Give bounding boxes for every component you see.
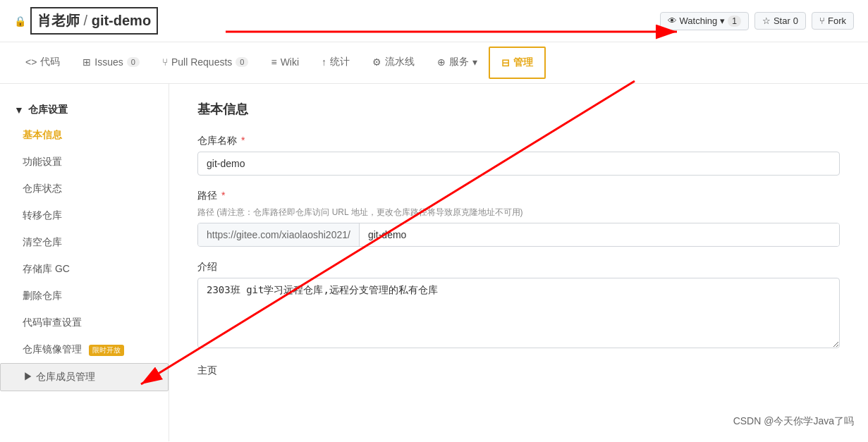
tab-pipeline-label: 流水线: [385, 56, 415, 68]
tab-services[interactable]: ⊕ 服务 ▾: [426, 47, 489, 78]
issues-icon: ⊞: [82, 56, 91, 68]
section-title-label: 仓库设置: [28, 104, 68, 116]
sidebar-item-feature-settings[interactable]: 功能设置: [0, 149, 169, 176]
repo-name-group: 仓库名称 *: [197, 135, 840, 176]
tab-wiki[interactable]: ≡ Wiki: [259, 48, 310, 78]
chevron-right-icon: ▶: [23, 371, 36, 382]
tab-stats[interactable]: ↑ 统计: [310, 47, 361, 78]
csdn-watermark: CSDN @今天你学Java了吗: [733, 415, 854, 428]
sidebar-item-code-review[interactable]: 代码审查设置: [0, 309, 169, 336]
eye-icon: 👁: [668, 16, 677, 26]
main-content: 基本信息 仓库名称 * 路径 * 路径 (请注意：仓库路径即仓库访问 URL 地…: [169, 84, 868, 441]
sidebar-item-image-manage[interactable]: 仓库镜像管理 限时开放: [0, 336, 169, 363]
path-prefix: https://gitee.com/xiaolaoshi2021/: [198, 223, 360, 246]
code-review-label: 代码审查设置: [23, 317, 82, 328]
transfer-repo-label: 转移仓库: [23, 209, 62, 221]
intro-label: 介绍: [197, 261, 840, 274]
chevron-down-icon: ▾: [720, 16, 725, 26]
path-row: https://gitee.com/xiaolaoshi2021/: [197, 223, 840, 247]
tab-issues[interactable]: ⊞ Issues 0: [71, 48, 151, 78]
fork-icon: ⑂: [819, 16, 825, 26]
intro-textarea[interactable]: [197, 278, 840, 348]
image-manage-label: 仓库镜像管理: [23, 343, 82, 355]
member-manage-label: 仓库成员管理: [36, 371, 95, 382]
repo-name-label: 仓库名称 *: [197, 135, 840, 147]
tab-issues-label: Issues: [94, 56, 123, 68]
fork-button[interactable]: ⑂ Fork: [812, 12, 854, 30]
sidebar-item-basic-info[interactable]: 基本信息: [0, 122, 169, 149]
limited-badge: 限时开放: [89, 345, 124, 356]
stats-icon: ↑: [322, 56, 326, 68]
repo-name-title: git-demo: [92, 13, 151, 28]
path-hint: 路径 (请注意：仓库路径即仓库访问 URL 地址，更改仓库路径将导致原克隆地址不…: [197, 207, 840, 219]
watch-button[interactable]: 👁 Watching ▾ 1: [660, 12, 749, 30]
star-label: Star: [774, 16, 790, 26]
tab-wiki-label: Wiki: [281, 56, 299, 68]
watch-count: 1: [728, 16, 741, 27]
star-button[interactable]: ☆ Star 0: [754, 12, 806, 30]
sidebar-item-clear-repo[interactable]: 清空仓库: [0, 229, 169, 256]
tab-pull-requests[interactable]: ⑂ Pull Requests 0: [151, 48, 260, 78]
tab-code-label: 代码: [40, 56, 60, 68]
services-icon: ⊕: [437, 56, 446, 68]
watermark-text: CSDN @今天你学Java了吗: [733, 415, 854, 426]
sidebar-item-repo-status[interactable]: 仓库状态: [0, 176, 169, 202]
homepage-label: 主页: [197, 364, 840, 377]
code-icon: <>: [25, 56, 37, 68]
sidebar-item-transfer-repo[interactable]: 转移仓库: [0, 202, 169, 229]
path-group: 路径 * 路径 (请注意：仓库路径即仓库访问 URL 地址，更改仓库路径将导致原…: [197, 190, 840, 247]
triangle-icon: ▼: [14, 104, 24, 116]
basic-info-label: 基本信息: [23, 129, 62, 140]
watch-label: Watching: [680, 16, 718, 26]
separator: /: [84, 13, 92, 28]
intro-group: 介绍: [197, 261, 840, 350]
main-section-title: 基本信息: [197, 101, 840, 118]
sidebar-section-title: ▼ 仓库设置: [0, 98, 169, 122]
content: ▼ 仓库设置 基本信息 功能设置 仓库状态 转移仓库 清空仓库 存储库 GC 删…: [0, 84, 868, 441]
homepage-group: 主页: [197, 364, 840, 377]
tab-pipeline[interactable]: ⚙ 流水线: [361, 47, 426, 78]
user-name: 肖老师: [37, 13, 80, 28]
feature-settings-label: 功能设置: [23, 156, 62, 167]
path-required: *: [221, 190, 225, 201]
path-label: 路径 *: [197, 190, 840, 202]
repo-name-required: *: [241, 135, 245, 146]
star-count: 0: [793, 16, 798, 26]
tab-code[interactable]: <> 代码: [14, 47, 71, 78]
sidebar-item-storage-gc[interactable]: 存储库 GC: [0, 256, 169, 283]
header: 🔒 肖老师 / git-demo 👁 Watching ▾ 1 ☆ Star 0…: [0, 0, 868, 42]
tab-manage-label: 管理: [513, 56, 533, 69]
star-icon: ☆: [762, 16, 771, 26]
tab-pr-label: Pull Requests: [171, 56, 232, 68]
lock-icon: 🔒: [14, 16, 26, 27]
tab-manage[interactable]: ⊟ 管理: [489, 47, 546, 79]
repo-status-label: 仓库状态: [23, 183, 62, 194]
header-right: 👁 Watching ▾ 1 ☆ Star 0 ⑂ Fork: [660, 12, 854, 30]
fork-label: Fork: [828, 16, 846, 26]
wiki-icon: ≡: [271, 56, 276, 68]
nav-tabs: <> 代码 ⊞ Issues 0 ⑂ Pull Requests 0 ≡ Wik…: [0, 42, 868, 84]
issues-badge: 0: [127, 57, 140, 67]
pr-icon: ⑂: [162, 56, 168, 68]
pr-badge: 0: [236, 57, 248, 67]
manage-icon: ⊟: [501, 57, 510, 68]
pipeline-icon: ⚙: [372, 56, 381, 68]
repo-name-input[interactable]: [197, 152, 840, 176]
sidebar: ▼ 仓库设置 基本信息 功能设置 仓库状态 转移仓库 清空仓库 存储库 GC 删…: [0, 84, 169, 441]
tab-stats-label: 统计: [330, 56, 350, 68]
sidebar-item-member-manage[interactable]: ▶ 仓库成员管理: [0, 363, 169, 391]
sidebar-item-delete-repo[interactable]: 删除仓库: [0, 283, 169, 309]
tab-services-label: 服务: [449, 56, 469, 68]
header-left: 🔒 肖老师 / git-demo: [14, 7, 158, 35]
chevron-services-icon: ▾: [472, 56, 477, 68]
clear-repo-label: 清空仓库: [23, 236, 62, 247]
path-input[interactable]: [360, 223, 839, 246]
storage-gc-label: 存储库 GC: [23, 263, 70, 274]
repo-title: 肖老师 / git-demo: [30, 7, 158, 35]
delete-repo-label: 删除仓库: [23, 290, 62, 301]
